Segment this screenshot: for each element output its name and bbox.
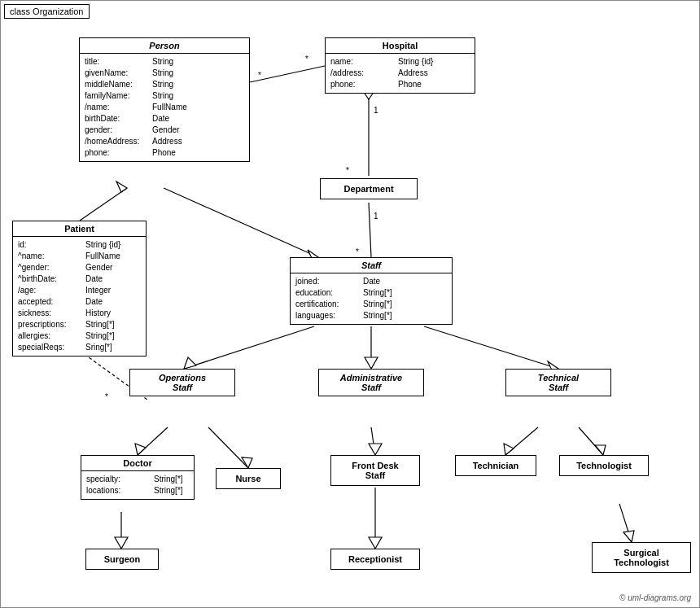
svg-marker-34 (115, 537, 128, 549)
patient-class: Patient id:String {id} ^name:FullName ^g… (12, 221, 147, 356)
svg-line-4 (369, 203, 371, 257)
svg-marker-24 (135, 444, 146, 455)
svg-text:*: * (105, 392, 108, 401)
technician-class: Technician (455, 455, 536, 476)
svg-text:1: 1 (374, 212, 378, 221)
technical-staff-class: TechnicalStaff (505, 369, 611, 396)
technologist-class: Technologist (559, 455, 649, 476)
person-class: Person title:String givenName:String mid… (79, 37, 250, 162)
svg-line-31 (579, 427, 603, 455)
surgical-technologist-label: SurgicalTechnologist (614, 548, 669, 567)
hospital-class: Hospital name:String {id} /address:Addre… (325, 37, 475, 94)
diagram-label: class Organization (4, 4, 90, 19)
doctor-class: Doctor specialty:String[*] locations:Str… (81, 455, 195, 500)
svg-line-7 (80, 188, 127, 221)
front-desk-staff-class: Front DeskStaff (330, 455, 420, 486)
svg-marker-26 (242, 457, 252, 468)
nurse-class: Nurse (216, 468, 281, 489)
department-label: Department (343, 184, 393, 194)
svg-line-14 (184, 326, 314, 369)
svg-text:*: * (346, 166, 349, 175)
person-body: title:String givenName:String middleName… (80, 54, 249, 161)
svg-line-29 (505, 427, 538, 455)
svg-line-11 (250, 66, 325, 82)
svg-text:*: * (356, 247, 359, 256)
operations-staff-label: OperationsStaff (159, 373, 206, 392)
staff-class: Staff joined:Date education:String[*] ce… (290, 257, 453, 325)
svg-line-23 (138, 427, 168, 455)
svg-line-37 (619, 504, 632, 542)
operations-staff-class: OperationsStaff (129, 369, 235, 396)
admin-staff-class: AdministrativeStaff (318, 369, 424, 396)
svg-marker-38 (623, 531, 634, 542)
svg-marker-32 (595, 445, 606, 455)
surgeon-class: Surgeon (85, 549, 159, 570)
svg-marker-8 (116, 182, 127, 192)
patient-header: Patient (13, 221, 146, 237)
technologist-label: Technologist (576, 461, 632, 470)
staff-body: joined:Date education:String[*] certific… (291, 273, 452, 324)
patient-body: id:String {id} ^name:FullName ^gender:Ge… (13, 237, 146, 356)
svg-line-25 (208, 427, 248, 468)
svg-text:*: * (258, 71, 261, 80)
svg-line-18 (424, 326, 558, 369)
svg-marker-28 (369, 444, 382, 455)
svg-marker-36 (369, 537, 382, 549)
svg-marker-17 (365, 357, 378, 369)
nurse-label: Nurse (235, 474, 260, 483)
svg-line-27 (371, 427, 375, 455)
surgical-technologist-class: SurgicalTechnologist (592, 542, 691, 573)
hospital-header: Hospital (326, 38, 475, 54)
receptionist-label: Receptionist (348, 554, 402, 564)
technician-label: Technician (473, 461, 519, 470)
person-header: Person (80, 38, 249, 54)
surgeon-label: Surgeon (104, 554, 141, 564)
svg-text:*: * (305, 55, 308, 63)
svg-marker-30 (504, 444, 514, 455)
diagram-container: class Organization 1 * 1 * * * (0, 0, 700, 608)
doctor-body: specialty:String[*] locations:String[*] (81, 471, 194, 499)
doctor-header: Doctor (81, 456, 194, 471)
staff-header: Staff (291, 258, 452, 273)
department-class: Department (320, 178, 418, 199)
receptionist-class: Receptionist (330, 549, 420, 570)
svg-line-9 (164, 188, 318, 257)
svg-text:1: 1 (374, 106, 378, 115)
hospital-body: name:String {id} /address:Address phone:… (326, 54, 475, 93)
admin-staff-label: AdministrativeStaff (340, 373, 402, 392)
svg-marker-15 (184, 357, 196, 369)
front-desk-staff-label: Front DeskStaff (352, 461, 398, 480)
technical-staff-label: TechnicalStaff (538, 373, 579, 392)
copyright: © uml-diagrams.org (619, 593, 691, 602)
